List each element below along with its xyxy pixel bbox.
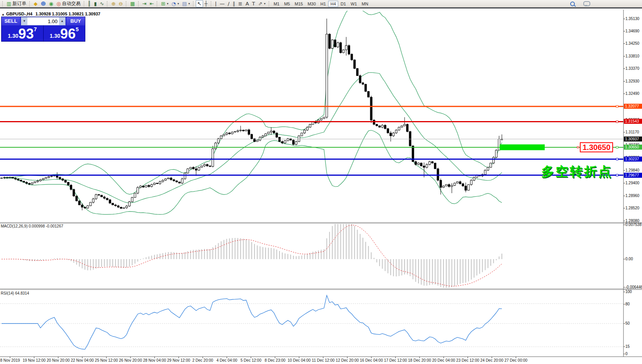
buy-button[interactable]: BUY bbox=[66, 17, 85, 25]
autotrading-button[interactable]: ◎自动交易 bbox=[55, 0, 82, 8]
main-chart-canvas[interactable] bbox=[0, 10, 642, 364]
horizontal-line-icon: — bbox=[220, 1, 225, 7]
horizontal-line-button[interactable]: — bbox=[218, 0, 226, 7]
chat-button[interactable] bbox=[582, 0, 592, 7]
toolbar-group-grip bbox=[2, 1, 3, 7]
chat-icon bbox=[583, 1, 590, 6]
text-label-icon: T bbox=[252, 1, 255, 7]
bars-chart-icon: ║ bbox=[88, 1, 91, 7]
channel-icon: ∥ bbox=[232, 1, 235, 7]
chart-title: ▲GBPUSD-,H41.30928 1.31005 1.30821 1.309… bbox=[2, 12, 100, 16]
volume-spinner: ▼ ▲ bbox=[21, 17, 66, 25]
volume-input[interactable] bbox=[27, 17, 59, 25]
arrows-icon: ⇗ bbox=[258, 1, 263, 7]
timeframe-button-d1[interactable]: D1 bbox=[338, 1, 348, 7]
timeframe-button-m1[interactable]: M1 bbox=[271, 1, 282, 7]
cursor-icon: ↖ bbox=[197, 1, 202, 7]
candlestick-chart-icon: ▮ bbox=[94, 1, 97, 7]
toolbar: ▥新订单◆☻◉◎自动交易║▮∿⊕⊖▦⇥⇤⊞▾◔▾▤▾↖┼|—/∥≣AT⇗▾M1M… bbox=[0, 0, 642, 8]
zoom-in-icon: ⊕ bbox=[111, 1, 115, 7]
timeframe-button-m30[interactable]: M30 bbox=[305, 1, 318, 7]
timeframe-button-m5[interactable]: M5 bbox=[282, 1, 292, 7]
toolbar-group-grip bbox=[126, 1, 127, 7]
highlight-rectangle[interactable] bbox=[500, 144, 545, 150]
line-anchor-handle[interactable] bbox=[616, 158, 618, 160]
toolbar-group-grip bbox=[107, 1, 108, 7]
templates-icon: ▤ bbox=[182, 1, 187, 7]
text-icon: A bbox=[246, 1, 249, 7]
chart-window[interactable]: 1.351301.346901.342501.338101.333701.329… bbox=[0, 10, 642, 364]
zoom-in-button[interactable]: ⊕ bbox=[110, 0, 117, 7]
timeframe-button-w1[interactable]: W1 bbox=[348, 1, 359, 7]
vertical-line-button[interactable]: | bbox=[213, 0, 218, 7]
zoom-out-icon: ⊖ bbox=[119, 1, 123, 7]
chart-shift-button[interactable]: ⇤ bbox=[148, 0, 155, 7]
trendline-button[interactable]: / bbox=[226, 0, 231, 7]
indicators-button[interactable]: ⊞▾ bbox=[159, 0, 170, 7]
channel-button[interactable]: ∥ bbox=[231, 0, 237, 7]
toolbar-group-grip bbox=[157, 1, 158, 7]
line-anchor-handle[interactable] bbox=[616, 146, 618, 148]
metaeditor-icon: ◆ bbox=[34, 1, 37, 7]
sell-price-prefix: 1.30 bbox=[8, 33, 18, 39]
candlestick-chart-button[interactable]: ▮ bbox=[92, 0, 98, 7]
sell-button[interactable]: SELL bbox=[2, 17, 20, 25]
signals-button[interactable]: ◉ bbox=[47, 0, 55, 7]
metaeditor-button[interactable]: ◆ bbox=[32, 0, 39, 7]
timeframe-button-m15[interactable]: M15 bbox=[292, 1, 305, 7]
community-icon: ☻ bbox=[41, 1, 46, 7]
symbol-period-label: GBPUSD-,H4 bbox=[6, 12, 32, 16]
trendline-icon: / bbox=[228, 1, 229, 7]
indicators-icon: ⊞ bbox=[161, 1, 165, 7]
rsi-indicator-label: RSI(14) 64.8314 bbox=[1, 291, 29, 295]
zoom-out-button[interactable]: ⊖ bbox=[117, 0, 124, 7]
toolbar-group-grip bbox=[211, 1, 212, 7]
tile-windows-icon: ▦ bbox=[130, 1, 135, 7]
fibonacci-button[interactable]: ≣ bbox=[237, 0, 244, 7]
text-button[interactable]: A bbox=[244, 0, 251, 7]
templates-button[interactable]: ▤▾ bbox=[181, 0, 191, 7]
search-icon bbox=[570, 2, 575, 6]
periods-button[interactable]: ◔▾ bbox=[170, 0, 180, 7]
auto-scroll-button[interactable]: ⇥ bbox=[141, 0, 148, 7]
bars-chart-button[interactable]: ║ bbox=[86, 0, 93, 7]
price-level-text-label[interactable]: 1.30650 bbox=[580, 142, 613, 152]
buy-price-main: 96 bbox=[60, 27, 76, 40]
cursor-button[interactable]: ↖ bbox=[196, 0, 203, 7]
volume-increase-button[interactable]: ▲ bbox=[59, 17, 65, 25]
crosshair-button[interactable]: ┼ bbox=[203, 0, 209, 7]
community-button[interactable]: ☻ bbox=[39, 0, 47, 7]
line-chart-icon: ∿ bbox=[100, 1, 104, 7]
collapse-icon[interactable]: ▲ bbox=[2, 13, 5, 16]
buy-price-pip: 5 bbox=[76, 26, 79, 32]
toolbar-group-grip bbox=[269, 1, 270, 7]
ohlc-values: 1.30928 1.31005 1.30821 1.30937 bbox=[36, 12, 100, 16]
volume-decrease-button[interactable]: ▼ bbox=[21, 17, 27, 25]
buy-price[interactable]: 1.30 96 5 bbox=[43, 25, 85, 41]
line-anchor-handle[interactable] bbox=[616, 105, 618, 107]
text-label-button[interactable]: T bbox=[251, 0, 257, 7]
toolbar-right bbox=[569, 0, 592, 7]
one-click-trading-panel: SELL ▼ ▲ BUY 1.30 93 7 1.30 96 5 bbox=[1, 17, 85, 42]
macd-indicator-label: MACD(12,26,9) 0.000998 -0.001267 bbox=[1, 224, 63, 228]
tile-windows-button[interactable]: ▦ bbox=[129, 0, 136, 7]
line-anchor-handle[interactable] bbox=[616, 121, 618, 123]
signals-icon: ◉ bbox=[49, 1, 53, 7]
chevron-down-icon: ▾ bbox=[264, 2, 266, 5]
arrows-button[interactable]: ⇗▾ bbox=[257, 0, 267, 7]
new-order-icon: ▥ bbox=[7, 1, 11, 7]
line-anchor-handle[interactable] bbox=[616, 174, 618, 176]
line-chart-button[interactable]: ∿ bbox=[98, 0, 106, 7]
vertical-line-icon: | bbox=[215, 1, 217, 7]
timeframe-button-h4[interactable]: H4 bbox=[328, 1, 338, 7]
sell-price[interactable]: 1.30 93 7 bbox=[2, 25, 43, 41]
search-button[interactable] bbox=[569, 1, 576, 7]
fibonacci-icon: ≣ bbox=[238, 1, 242, 7]
timeframe-button-h1[interactable]: H1 bbox=[318, 1, 328, 7]
timeframe-button-mn[interactable]: MN bbox=[359, 1, 371, 7]
label-anchor-handle[interactable] bbox=[577, 147, 579, 148]
sell-price-pip: 7 bbox=[34, 26, 37, 32]
chevron-down-icon: ▾ bbox=[167, 2, 168, 5]
annotation-text[interactable]: 多空转折点 bbox=[541, 163, 613, 180]
new-order-button[interactable]: ▥新订单 bbox=[5, 0, 28, 8]
